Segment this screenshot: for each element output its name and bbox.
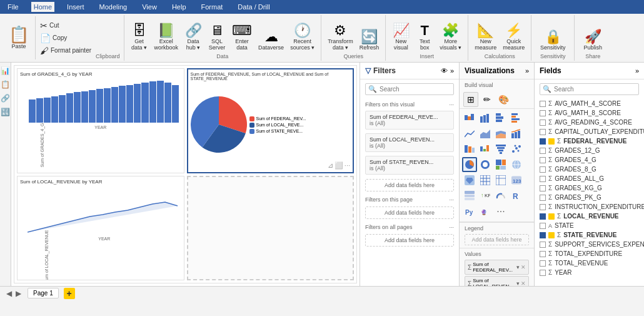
transform-button[interactable]: ⚙ Transformdata ▾ [325, 23, 356, 52]
format-painter-button[interactable]: 🖌 Format painter [38, 45, 93, 56]
menu-modeling[interactable]: Modeling [97, 2, 130, 12]
more-page-btn[interactable]: ··· [449, 196, 454, 203]
sensitivity-button[interactable]: 🔒 Sensitivity [535, 29, 570, 52]
menu-data-drill[interactable]: Data / Drill [235, 2, 272, 12]
field-checkbox-checked[interactable] [540, 232, 546, 238]
field-checkbox[interactable] [540, 148, 546, 154]
field-item-state[interactable]: A STATE [535, 221, 644, 230]
chip-x-0[interactable]: ✕ [521, 264, 526, 270]
chip-arrow-1[interactable]: ▾ [516, 280, 520, 286]
field-checkbox-checked[interactable] [540, 213, 546, 220]
field-item-avg-reading[interactable]: Σ AVG_READING_4_SCORE [535, 118, 644, 127]
field-item-instruction-exp[interactable]: Σ INSTRUCTION_EXPENDITURE [535, 202, 644, 212]
excel-workbook-button[interactable]: 📗 Excelworkbook [152, 23, 181, 52]
fields-search[interactable]: 🔍 [540, 83, 639, 95]
quick-measure-button[interactable]: ⚡ Quickmeasure [500, 23, 527, 52]
filter-search-input[interactable] [380, 86, 451, 93]
cut-button[interactable]: ✂ Cut [38, 20, 93, 31]
field-item-capital-outlay[interactable]: Σ CAPITAL_OUTLAY_EXPENDITURE [535, 127, 644, 136]
menu-home[interactable]: Home [31, 2, 54, 12]
pie-chart-panel[interactable]: Sum of FEDERAL_REVENUE, Sum of LOCAL_REV… [187, 68, 355, 173]
chip-arrow-0[interactable]: ▾ [516, 264, 520, 270]
viz-pie[interactable] [462, 157, 477, 172]
field-item-support-services[interactable]: Σ SUPPORT_SERVICES_EXPENDITURE [535, 240, 644, 249]
viz-line[interactable] [462, 126, 477, 141]
menu-file[interactable]: File [5, 2, 21, 12]
publish-button[interactable]: 🚀 Publish [578, 29, 607, 52]
field-checkbox[interactable] [540, 204, 546, 210]
field-item-total-revenue[interactable]: Σ TOTAL_REVENUE [535, 258, 644, 268]
field-item-grades-all[interactable]: Σ GRADES_ALL_G [535, 174, 644, 183]
sql-server-button[interactable]: 🖥 SQLServer [206, 23, 228, 52]
filter-eye-icon[interactable]: 👁 [441, 67, 448, 74]
text-box-button[interactable]: T Textbox [413, 23, 436, 52]
dax-icon[interactable]: 🔣 [0, 106, 11, 118]
field-checkbox[interactable] [540, 110, 546, 116]
enter-data-button[interactable]: ⌨ Enterdata [229, 23, 254, 52]
dataverse-button[interactable]: ☁ Dataverse [256, 29, 286, 52]
field-checkbox[interactable] [540, 195, 546, 201]
filter-item-local[interactable]: Sum of LOCAL_REVEN... is (All) [365, 133, 454, 152]
new-visual-button[interactable]: 📈 Newvisual [390, 23, 412, 52]
report-view-icon[interactable]: 📊 [0, 65, 11, 76]
field-item-grades-4[interactable]: Σ GRADES_4_G [535, 155, 644, 165]
filter-add-all-pages[interactable]: Add data fields here [365, 234, 454, 247]
get-data-button[interactable]: 🗄 Getdata ▾ [128, 23, 151, 52]
viz-donut[interactable] [478, 157, 493, 172]
viz-stacked-bar[interactable] [462, 110, 477, 125]
field-item-federal-revenue[interactable]: Σ FEDERAL_REVENUE [535, 136, 644, 146]
field-checkbox[interactable] [540, 129, 546, 135]
menu-insert[interactable]: Insert [64, 2, 87, 12]
filter-icon[interactable]: ⊿ [328, 161, 333, 170]
field-checkbox[interactable] [540, 120, 546, 126]
viz-table[interactable] [478, 173, 493, 188]
menu-format[interactable]: Format [199, 2, 226, 12]
viz-filled-map[interactable] [462, 173, 477, 188]
more-allpages-btn[interactable]: ··· [449, 224, 454, 230]
filter-expand-icon[interactable]: » [450, 67, 454, 74]
viz-matrix[interactable] [493, 173, 508, 188]
viz-map[interactable] [509, 157, 524, 172]
field-checkbox[interactable] [540, 260, 546, 267]
menu-view[interactable]: View [139, 2, 159, 12]
viz-gauge[interactable] [493, 188, 508, 203]
field-checkbox[interactable] [540, 185, 546, 191]
filter-item-state[interactable]: Sum of STATE_REVEN... is (All) [365, 156, 454, 175]
field-item-grades-12[interactable]: Σ GRADES_12_G [535, 146, 644, 155]
expand-icon[interactable]: ⬜ [335, 161, 343, 170]
data-hub-button[interactable]: 🔗 Datahub ▾ [182, 23, 204, 52]
field-item-state-revenue[interactable]: Σ STATE_REVENUE [535, 230, 644, 240]
more-icon[interactable]: ··· [345, 161, 350, 170]
field-checkbox[interactable] [540, 270, 546, 276]
nav-next-arrow[interactable]: ▶ [14, 289, 23, 298]
field-checkbox[interactable] [540, 223, 546, 229]
more-visual-btn[interactable]: ··· [449, 101, 454, 108]
viz-expand-icon[interactable]: » [525, 67, 529, 74]
field-item-avg-math-8[interactable]: Σ AVG_MATH_8_SCORE [535, 108, 644, 118]
viz-scatter[interactable] [509, 141, 524, 156]
copy-button[interactable]: 📄 Copy [38, 33, 93, 44]
viz-value-chip-1[interactable]: Σ Sum of LOCAL_REVEN... ▾ ✕ [465, 276, 529, 286]
field-item-total-expenditure[interactable]: Σ TOTAL_EXPENDITURE [535, 249, 644, 258]
viz-clustered-col[interactable] [478, 110, 493, 125]
viz-stacked-bar-h[interactable] [493, 110, 508, 125]
field-checkbox-checked[interactable] [540, 138, 546, 145]
viz-ribbon[interactable] [462, 141, 477, 156]
add-page-button[interactable]: + [64, 288, 75, 299]
recent-sources-button[interactable]: 🕐 Recentsources ▾ [288, 23, 317, 52]
viz-format-icon[interactable]: 🎨 [496, 92, 511, 107]
fields-expand-icon[interactable]: » [635, 67, 639, 74]
viz-waterfall[interactable] [478, 141, 493, 156]
viz-treemap[interactable] [493, 157, 508, 172]
field-checkbox[interactable] [540, 157, 546, 163]
more-visuals-button[interactable]: 🧩 Morevisuals ▾ [437, 23, 464, 52]
field-checkbox[interactable] [540, 176, 546, 182]
viz-analytics-icon[interactable]: ✏ [480, 92, 495, 107]
field-item-grades-kg[interactable]: Σ GRADES_KG_G [535, 183, 644, 193]
viz-more[interactable]: ··· [493, 204, 508, 219]
table-view-icon[interactable]: 📋 [0, 79, 11, 90]
viz-ai[interactable]: 🔮 [478, 204, 493, 219]
fields-search-input[interactable] [554, 86, 636, 93]
line-chart-panel[interactable]: Sum of LOCAL_REVENUE by YEAR Sum of LOCA… [17, 176, 184, 281]
viz-clustered-bar-h[interactable] [509, 110, 524, 125]
